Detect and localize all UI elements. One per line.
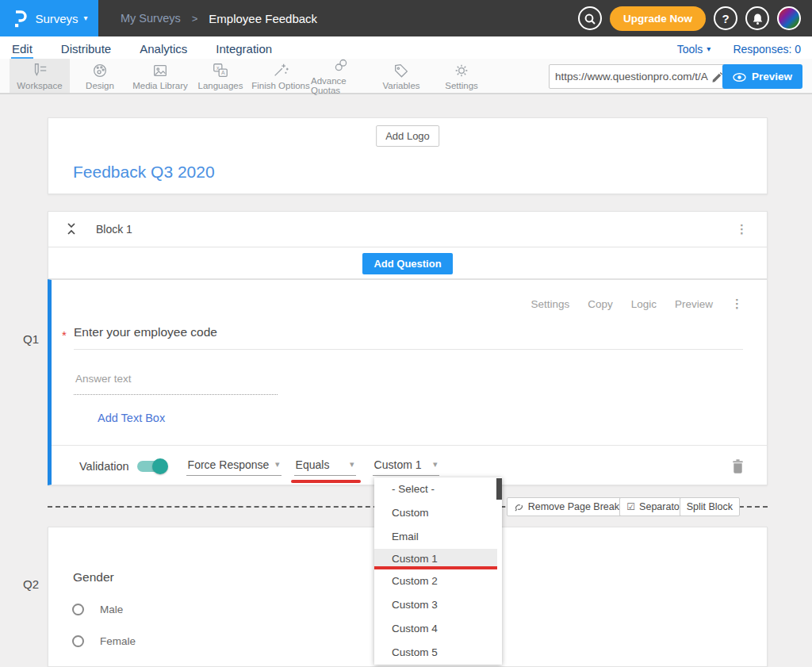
- collapse-vertical-icon: [66, 222, 77, 234]
- dropdown-option-custom3[interactable]: Custom 3: [374, 593, 502, 617]
- nav-right: Tools ▾ Responses: 0: [677, 43, 801, 59]
- question-menu-kebab[interactable]: ⋮: [731, 297, 743, 311]
- answer-text-placeholder[interactable]: Answer text: [75, 373, 132, 385]
- question-logic-link[interactable]: Logic: [631, 298, 657, 310]
- question-copy-link[interactable]: Copy: [588, 298, 613, 310]
- question-text[interactable]: Gender: [73, 570, 114, 585]
- add-question-row: Add Question: [48, 247, 767, 279]
- block-menu-kebab[interactable]: ⋮: [736, 222, 748, 236]
- toolbar-label: Workspace: [17, 81, 62, 90]
- eye-icon: [733, 71, 746, 82]
- breadcrumb-my-surveys[interactable]: My Surveys: [121, 12, 181, 25]
- operator-select[interactable]: Equals ▾: [294, 457, 356, 476]
- tools-label: Tools: [677, 43, 703, 56]
- dropdown-option-custom4[interactable]: Custom 4: [374, 617, 502, 641]
- chevron-down-icon: ▾: [433, 460, 438, 469]
- survey-nav-tabs: Edit Distribute Analytics Integration To…: [0, 36, 812, 59]
- question-number-q2: Q2: [17, 577, 44, 591]
- product-switcher[interactable]: Surveys ▾: [0, 0, 98, 36]
- chevron-down-icon: ▾: [350, 460, 354, 469]
- svg-text:A: A: [221, 70, 225, 75]
- tab-edit[interactable]: Edit: [11, 40, 33, 59]
- toolbar-design[interactable]: Design: [70, 59, 130, 93]
- gear-icon: [453, 62, 470, 79]
- translate-icon: x A: [212, 62, 229, 79]
- chevron-down-icon: ▾: [84, 14, 88, 22]
- trash-icon: [731, 459, 745, 471]
- question-text[interactable]: Enter your employee code: [74, 325, 217, 339]
- preview-label: Preview: [752, 71, 792, 82]
- survey-canvas: Add Logo Feedback Q3 2020 Block 1 ⋮ Add …: [0, 94, 812, 667]
- collapse-block-button[interactable]: [66, 222, 77, 236]
- dropdown-option-custom5[interactable]: Custom 5: [374, 641, 502, 665]
- dropdown-option-custom2[interactable]: Custom 2: [374, 569, 502, 593]
- breadcrumb-current-survey: Employee Feedback: [209, 12, 317, 25]
- checkbox-checked-icon: ☑: [626, 501, 635, 512]
- dropdown-option-select[interactable]: - Select -: [374, 477, 502, 501]
- validation-value-select[interactable]: Custom 1 ▾: [373, 457, 439, 476]
- survey-url-input[interactable]: [555, 71, 711, 82]
- validation-toggle[interactable]: [137, 461, 166, 472]
- dropdown-option-custom1-selected[interactable]: Custom 1: [374, 549, 497, 569]
- validation-label: Validation: [79, 460, 129, 473]
- tab-analytics[interactable]: Analytics: [139, 40, 188, 59]
- search-icon: [584, 11, 596, 25]
- wand-icon: [272, 62, 289, 79]
- search-button[interactable]: [578, 6, 602, 30]
- dropdown-option-email[interactable]: Email: [374, 525, 502, 549]
- upgrade-now-button[interactable]: Upgrade Now: [610, 6, 706, 31]
- preview-button[interactable]: Preview: [722, 64, 802, 89]
- breadcrumb-separator: >: [192, 13, 198, 25]
- toolbar-advance-quotas[interactable]: Advance Quotas: [311, 59, 371, 93]
- workspace-icon: [31, 62, 48, 79]
- question-menu: Settings Copy Logic Preview ⋮: [530, 297, 743, 311]
- answer-input-underline: [74, 394, 278, 395]
- help-button[interactable]: ?: [714, 6, 737, 30]
- radio-button-icon[interactable]: [72, 635, 84, 647]
- questionpro-logo-icon: [10, 7, 29, 29]
- operator-value: Equals: [296, 458, 330, 471]
- block-header: Block 1 ⋮: [48, 212, 767, 247]
- force-response-select[interactable]: Force Response ▾: [186, 457, 282, 476]
- top-bar: Surveys ▾ My Surveys > Employee Feedback…: [0, 0, 812, 36]
- toolbar-label: Settings: [445, 81, 478, 90]
- remove-page-break-button[interactable]: Remove Page Break: [507, 497, 626, 516]
- product-name: Surveys: [35, 12, 78, 25]
- image-icon: [151, 62, 169, 79]
- tab-integration[interactable]: Integration: [215, 40, 273, 59]
- block-card: Block 1 ⋮ Add Question: [48, 211, 768, 279]
- question-settings-link[interactable]: Settings: [530, 298, 569, 310]
- toolbar-finish-options[interactable]: Finish Options: [251, 59, 311, 93]
- breadcrumb: My Surveys > Employee Feedback: [121, 12, 317, 25]
- question-text-underline: [74, 349, 743, 350]
- radio-option-female[interactable]: Female: [72, 635, 136, 647]
- responses-count: Responses: 0: [733, 43, 801, 56]
- notifications-button[interactable]: [745, 6, 769, 30]
- toolbar-languages[interactable]: x A Languages: [190, 59, 251, 93]
- question-preview-link[interactable]: Preview: [675, 298, 713, 310]
- delete-question-button[interactable]: [731, 458, 745, 474]
- user-avatar[interactable]: [777, 6, 801, 30]
- add-text-box-link[interactable]: Add Text Box: [98, 412, 165, 424]
- chevron-down-icon: ▾: [275, 460, 280, 469]
- radio-button-icon[interactable]: [72, 604, 84, 615]
- toolbar-workspace[interactable]: Workspace: [10, 59, 70, 93]
- edit-url-pencil-icon[interactable]: [711, 70, 723, 84]
- add-logo-button[interactable]: Add Logo: [376, 125, 439, 147]
- chevron-down-icon: ▾: [707, 45, 710, 53]
- dropdown-scrollbar-thumb[interactable]: [496, 478, 502, 500]
- tools-menu[interactable]: Tools ▾: [677, 43, 711, 56]
- dropdown-option-custom[interactable]: Custom: [374, 501, 502, 525]
- palette-icon: [91, 62, 109, 79]
- split-block-label: Split Block: [687, 501, 733, 512]
- radio-option-male[interactable]: Male: [72, 604, 123, 615]
- survey-title[interactable]: Feedback Q3 2020: [73, 163, 215, 182]
- toolbar-variables[interactable]: Variables: [371, 59, 431, 93]
- split-block-button[interactable]: Split Block: [680, 497, 740, 516]
- toolbar-media-library[interactable]: Media Library: [130, 59, 190, 93]
- toolbar-settings[interactable]: Settings: [431, 59, 492, 93]
- tab-distribute[interactable]: Distribute: [60, 40, 112, 59]
- remove-page-break-label: Remove Page Break: [528, 501, 619, 512]
- add-question-button[interactable]: Add Question: [362, 253, 452, 274]
- toolbar-label: Finish Options: [251, 81, 310, 90]
